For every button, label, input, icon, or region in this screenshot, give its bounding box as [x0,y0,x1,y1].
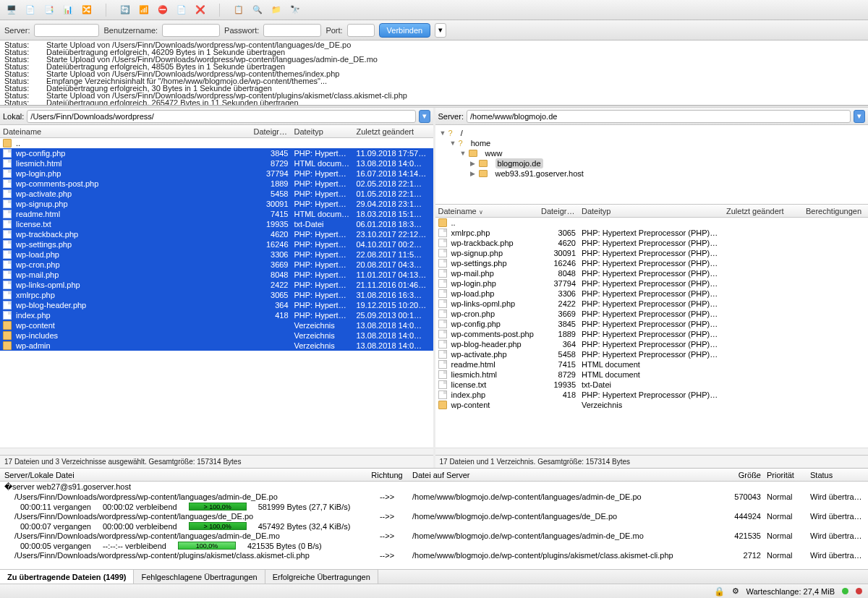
list-item[interactable]: wp-load.php3306PHP: Hypertext Preprocess… [435,289,869,299]
col-name[interactable]: Dateiname∨ [435,207,539,215]
list-item[interactable]: license.txt19935txt-Datei06.01.2018 18:3… [0,219,433,229]
col-size[interactable]: Dateigröße [251,127,292,136]
remote-file-list[interactable]: ..xmlrpc.php3065PHP: Hypertext Preproces… [435,218,869,448]
process-queue-icon[interactable]: 📶 [137,3,151,17]
reconnect-icon[interactable]: ❌ [193,3,208,17]
cancel-icon[interactable]: ⛔ [156,3,170,17]
list-item[interactable]: wp-contentVerzeichnis13.08.2018 14:0… [0,320,433,330]
list-item[interactable]: xmlrpc.php3065PHP: Hyperte…31.08.2016 16… [0,290,433,300]
col-type[interactable]: Dateityp [292,127,354,136]
toggle-log-icon[interactable]: 📑 [42,3,56,17]
main-toolbar: 🖥️ 📄 📑 📊 🔀 🔄 📶 ⛔ 📄 ❌ 📋 🔍 📁 🔭 [0,0,868,20]
list-item[interactable]: wp-settings.php16246PHP: Hypertext Prepr… [435,258,869,268]
list-item[interactable]: wp-links-opml.php2422PHP: Hypertext Prep… [435,299,869,309]
remote-path-input[interactable] [467,110,851,123]
list-item[interactable]: index.php418PHP: Hyperte…25.09.2013 00:1… [0,310,433,320]
list-item[interactable]: wp-signup.php30091PHP: Hyperte…29.04.201… [0,199,433,209]
list-item[interactable]: wp-blog-header.php364PHP: Hyperte…19.12.… [0,300,433,310]
list-item[interactable]: wp-trackback.php4620PHP: Hypertext Prepr… [435,238,869,248]
list-item[interactable]: wp-comments-post.php1889PHP: Hyperte…02.… [0,179,433,189]
list-item[interactable]: liesmich.html8729HTML document [435,370,869,380]
list-item[interactable]: license.txt19935txt-Datei [435,380,869,390]
queue-host-row[interactable]: �server web27@s91.goserver.host [0,482,868,492]
qcol-dir[interactable]: Richtung [362,471,412,479]
remote-tree[interactable]: ▼? / ▼? home ▼ www ▶ blogmojo.de ▶ web93… [435,125,869,205]
refresh-icon[interactable]: 🔄 [118,3,132,17]
list-item[interactable]: wp-links-opml.php2422PHP: Hyperte…21.11.… [0,280,433,290]
toggle-tree-icon[interactable]: 📊 [61,3,75,17]
list-item[interactable]: wp-config.php3845PHP: Hypertext Preproce… [435,319,869,329]
col-modified[interactable]: Zuletzt geändert [723,207,803,215]
list-item[interactable]: wp-activate.php5458PHP: Hypertext Prepro… [435,349,869,359]
list-item[interactable]: wp-comments-post.php1889PHP: Hypertext P… [435,329,869,339]
qcol-remote[interactable]: Datei auf Server [412,471,723,479]
server-input[interactable] [34,24,99,37]
tab-success[interactable]: Erfolgreiche Übertragungen [265,570,378,584]
disconnect-icon[interactable]: 📄 [174,3,189,17]
list-item[interactable]: wp-activate.php5458PHP: Hyperte…01.05.20… [0,189,433,199]
local-header[interactable]: Dateiname Dateigröße Dateityp Zuletzt ge… [0,125,433,138]
list-item[interactable]: wp-login.php37794PHP: Hypertext Preproce… [435,278,869,289]
tab-failed[interactable]: Fehlgeschlagene Übertragungen [134,570,265,584]
list-item[interactable]: wp-load.php3306PHP: Hyperte…22.08.2017 1… [0,249,433,260]
binoculars-icon[interactable]: 🔭 [288,3,302,17]
password-input[interactable] [263,24,321,37]
local-scrollbar[interactable] [0,448,433,455]
compare-icon[interactable]: 📁 [269,3,284,17]
list-item[interactable]: wp-mail.php8048PHP: Hyperte…11.01.2017 0… [0,270,433,280]
list-item[interactable]: wp-blog-header.php364PHP: Hypertext Prep… [435,339,869,349]
tab-queued[interactable]: Zu übertragende Dateien (1499) [0,570,134,584]
list-item[interactable]: wp-login.php37794PHP: Hyperte…16.07.2018… [0,168,433,179]
list-item[interactable]: xmlrpc.php3065PHP: Hypertext Preprocesso… [435,228,869,238]
list-item[interactable]: wp-includesVerzeichnis13.08.2018 14:0… [0,330,433,341]
port-input[interactable] [347,24,375,37]
search-icon[interactable]: 🔍 [250,3,265,17]
status-led-green [842,588,848,594]
list-item[interactable]: readme.html7415HTML docum…18.03.2018 15:… [0,209,433,219]
connect-button[interactable]: Verbinden [379,23,431,38]
list-item[interactable]: liesmich.html8729HTML docum…13.08.2018 1… [0,158,433,168]
server-label: Server: [4,26,30,35]
queue-list[interactable]: �server web27@s91.goserver.host/Users/Fi… [0,482,868,569]
list-item[interactable]: .. [435,218,869,228]
remote-header[interactable]: Dateiname∨ Dateigröße Dateityp Zuletzt g… [435,205,869,218]
message-log[interactable]: Status:Starte Upload von /Users/Finn/Dow… [0,40,868,106]
local-path-dropdown[interactable]: ▾ [419,110,430,123]
remote-scrollbar[interactable] [435,448,869,455]
filter-icon[interactable]: 📋 [231,3,246,17]
qcol-prio[interactable]: Priorität [767,471,810,479]
qcol-file[interactable]: Server/Lokale Datei [0,471,362,479]
remote-path-dropdown[interactable]: ▾ [854,110,865,123]
queue-header[interactable]: Server/Lokale Datei Richtung Datei auf S… [0,469,868,482]
col-name[interactable]: Dateiname [0,127,251,136]
queue-item[interactable]: /Users/Finn/Downloads/wordpress/wp-conte… [0,492,868,502]
col-permissions[interactable]: Berechtigungen [803,207,868,215]
col-modified[interactable]: Zuletzt geändert [354,127,433,136]
username-input[interactable] [162,24,220,37]
col-type[interactable]: Dateityp [579,207,723,215]
list-item[interactable]: wp-contentVerzeichnis [435,400,869,410]
queue-item[interactable]: /Users/Finn/Downloads/wordpress/wp-conte… [0,550,868,560]
list-item[interactable]: index.php418PHP: Hypertext Preprocessor … [435,390,869,400]
local-file-list[interactable]: ..wp-config.php3845PHP: Hyperte…11.09.20… [0,138,433,448]
connect-dropdown[interactable]: ▾ [435,23,446,38]
list-item[interactable]: wp-cron.php3669PHP: Hypertext Preprocess… [435,309,869,319]
quickconnect-icon[interactable]: 📄 [23,3,38,17]
list-item[interactable]: wp-trackback.php4620PHP: Hyperte…23.10.2… [0,229,433,239]
list-item[interactable]: wp-config.php3845PHP: Hyperte…11.09.2018… [0,148,433,158]
list-item[interactable]: wp-mail.php8048PHP: Hypertext Preprocess… [435,268,869,278]
list-item[interactable]: wp-settings.php16246PHP: Hyperte…04.10.2… [0,239,433,249]
sync-browse-icon[interactable]: 🔀 [80,3,94,17]
qcol-status[interactable]: Status [810,471,868,479]
local-path-input[interactable] [27,110,415,123]
list-item[interactable]: readme.html7415HTML document [435,359,869,370]
list-item[interactable]: wp-adminVerzeichnis13.08.2018 14:0… [0,341,433,351]
list-item[interactable]: wp-signup.php30091PHP: Hypertext Preproc… [435,248,869,258]
list-item[interactable]: .. [0,138,433,148]
queue-item[interactable]: /Users/Finn/Downloads/wordpress/wp-conte… [0,531,868,541]
qcol-size[interactable]: Größe [723,471,767,479]
col-size[interactable]: Dateigröße [538,207,579,215]
queue-item[interactable]: /Users/Finn/Downloads/wordpress/wp-conte… [0,511,868,521]
site-manager-icon[interactable]: 🖥️ [4,3,19,17]
list-item[interactable]: wp-cron.php3669PHP: Hyperte…20.08.2017 0… [0,260,433,270]
